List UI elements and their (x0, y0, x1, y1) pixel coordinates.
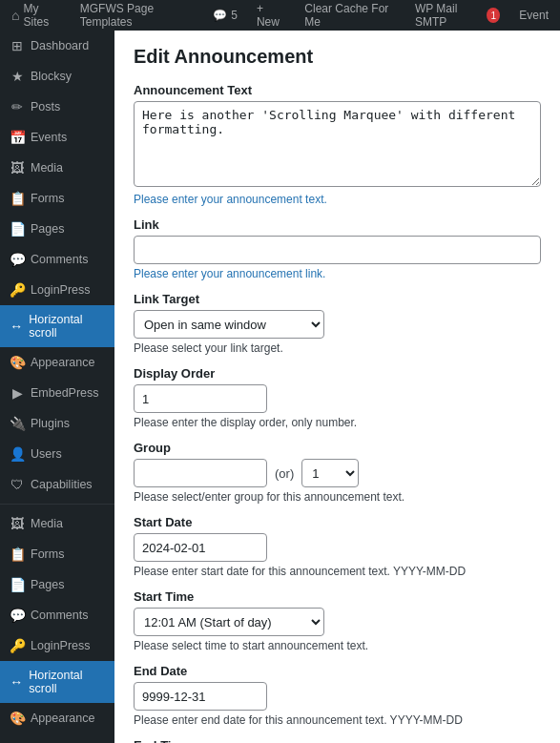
sidebar: ⊞ Dashboard ★ Blocksy ✏ Posts 📅 Events 🖼… (0, 31, 114, 743)
sidebar-item-label: Dashboard (31, 39, 89, 52)
sidebar-item-label: Blocksy (31, 70, 72, 83)
start-time-section: Start Time 12:01 AM (Start of day) 12:00… (134, 589, 541, 652)
link-input[interactable] (134, 236, 541, 264)
end-time-label: End Time (134, 738, 541, 743)
group-input[interactable] (134, 459, 267, 487)
mgfws-label: MGFWS Page Templates (80, 2, 195, 29)
sidebar-item-label: Capabilities (31, 478, 93, 491)
group-row: (or) 1 2 3 (134, 459, 541, 487)
events-icon: 📅 (10, 130, 25, 145)
main-content: Edit Announcement Announcement Text Here… (114, 31, 560, 743)
sidebar-item-label: Forms (31, 192, 64, 205)
admin-bar-my-sites[interactable]: ⌂ My Sites (8, 0, 65, 31)
display-order-section: Display Order Please enter the display o… (134, 366, 541, 429)
sidebar-item-loginpress2[interactable]: 🔑 LoginPress (0, 630, 114, 661)
sidebar-item-label: Horizontal scroll (29, 669, 105, 695)
sidebar-item-plugins[interactable]: 🔌 Plugins (0, 408, 114, 439)
admin-bar-clear-cache[interactable]: Clear Cache For Me (301, 0, 400, 31)
dashboard-icon: ⊞ (10, 38, 25, 53)
sidebar-item-users[interactable]: 👤 Users (0, 439, 114, 469)
sidebar-item-label: Comments (31, 609, 88, 622)
sidebar-item-label: Media (31, 161, 63, 175)
end-date-label: End Date (134, 664, 541, 678)
end-time-section: End Time 12:01 AM (Start of day) 12:00 P… (134, 738, 541, 743)
plugins-icon: 🔌 (10, 416, 25, 431)
sidebar-item-blocksy[interactable]: ★ Blocksy (0, 61, 114, 92)
display-order-hint: Please enter the display order, only num… (134, 416, 541, 429)
sidebar-item-pages[interactable]: 📄 Pages (0, 214, 114, 244)
end-date-section: End Date Please enter end date for this … (134, 664, 541, 727)
group-hint: Please select/enter group for this annou… (134, 490, 541, 504)
sidebar-item-comments[interactable]: 💬 Comments (0, 244, 114, 275)
start-date-hint: Please enter start date for this announc… (134, 565, 541, 578)
group-select[interactable]: 1 2 3 (301, 459, 359, 487)
sidebar-item-label: LoginPress (31, 283, 91, 297)
capabilities-icon: 🛡 (10, 477, 25, 492)
sidebar-item-label: Horizontal scroll (29, 313, 105, 340)
admin-bar: ⌂ My Sites MGFWS Page Templates 💬 5 + Ne… (0, 0, 560, 31)
horizontal-scroll2-icon: ↔ (10, 674, 23, 690)
announcement-text-section: Announcement Text Here is another 'Scrol… (134, 83, 541, 206)
appearance2-icon: 🎨 (10, 711, 25, 726)
link-target-label: Link Target (134, 292, 541, 306)
start-date-label: Start Date (134, 515, 541, 529)
link-target-select[interactable]: Open in same window Open in new window (134, 310, 324, 339)
admin-bar-new[interactable]: + New (253, 0, 289, 31)
announcement-text-input[interactable]: Here is another 'Scrolling Marquee' with… (134, 101, 541, 187)
sidebar-item-appearance-2[interactable]: 🎨 Appearance (0, 703, 114, 733)
sidebar-item-posts[interactable]: ✏ Posts (0, 92, 114, 122)
sidebar-item-label: LoginPress (31, 639, 91, 652)
sidebar-item-horizontal-scroll-2[interactable]: ↔ Horizontal scroll (0, 661, 114, 703)
users-icon: 👤 (10, 446, 25, 462)
sidebar-item-label: Pages (31, 222, 64, 236)
link-target-hint: Please select your link target. (134, 341, 541, 355)
sidebar-item-label: Appearance (31, 356, 94, 369)
sidebar-item-label: Pages (31, 578, 64, 591)
comments-icon: 💬 (10, 252, 25, 267)
admin-bar-events[interactable]: Event (515, 0, 552, 31)
group-section: Group (or) 1 2 3 Please select/enter gro… (134, 441, 541, 504)
display-order-input[interactable] (134, 384, 267, 413)
admin-bar-mgfws[interactable]: MGFWS Page Templates (76, 0, 198, 31)
sidebar-item-media2[interactable]: 🖼 Media (0, 508, 114, 539)
admin-bar-comments[interactable]: 💬 5 (209, 0, 241, 31)
end-date-input[interactable] (134, 682, 267, 711)
start-date-section: Start Date Please enter start date for t… (134, 515, 541, 578)
sidebar-item-capabilities[interactable]: 🛡 Capabilities (0, 469, 114, 500)
sidebar-item-embedpress2[interactable]: ▶ EmbedPress (0, 733, 114, 743)
sidebar-item-forms[interactable]: 📋 Forms (0, 183, 114, 214)
start-date-input[interactable] (134, 533, 267, 562)
sidebar-item-media[interactable]: 🖼 Media (0, 153, 114, 183)
sidebar-item-pages2[interactable]: 📄 Pages (0, 569, 114, 600)
new-label: + New (257, 2, 285, 29)
forms2-icon: 📋 (10, 547, 25, 562)
sidebar-item-forms2[interactable]: 📋 Forms (0, 539, 114, 569)
admin-bar-wp-mail[interactable]: WP Mail SMTP 1 (411, 0, 504, 31)
sidebar-item-embedpress[interactable]: ▶ EmbedPress (0, 378, 114, 408)
blocksy-icon: ★ (10, 69, 25, 84)
display-order-label: Display Order (134, 366, 541, 381)
forms-icon: 📋 (10, 191, 25, 206)
sidebar-item-appearance-1[interactable]: 🎨 Appearance (0, 347, 114, 378)
comments2-icon: 💬 (10, 608, 25, 623)
sidebar-item-comments2[interactable]: 💬 Comments (0, 600, 114, 630)
pages2-icon: 📄 (10, 577, 25, 592)
sidebar-item-label: Users (31, 447, 62, 461)
page-title: Edit Announcement (134, 46, 541, 68)
sidebar-item-label: Appearance (31, 712, 94, 725)
link-label: Link (134, 217, 541, 232)
sidebar-item-label: EmbedPress (31, 386, 99, 400)
start-time-select[interactable]: 12:01 AM (Start of day) 12:00 PM (Noon) … (134, 608, 324, 636)
sidebar-item-horizontal-scroll-1[interactable]: ↔ Horizontal scroll (0, 305, 114, 347)
end-date-hint: Please enter end date for this announcem… (134, 713, 541, 727)
sidebar-item-label: Media (31, 517, 63, 530)
my-sites-label: My Sites (23, 2, 60, 29)
sidebar-item-loginpress[interactable]: 🔑 LoginPress (0, 275, 114, 305)
media-icon: 🖼 (10, 160, 25, 175)
posts-icon: ✏ (10, 99, 25, 114)
group-label: Group (134, 441, 541, 455)
sidebar-item-events[interactable]: 📅 Events (0, 122, 114, 153)
link-section: Link Please enter your announcement link… (134, 217, 541, 280)
pages-icon: 📄 (10, 221, 25, 237)
sidebar-item-dashboard[interactable]: ⊞ Dashboard (0, 31, 114, 61)
